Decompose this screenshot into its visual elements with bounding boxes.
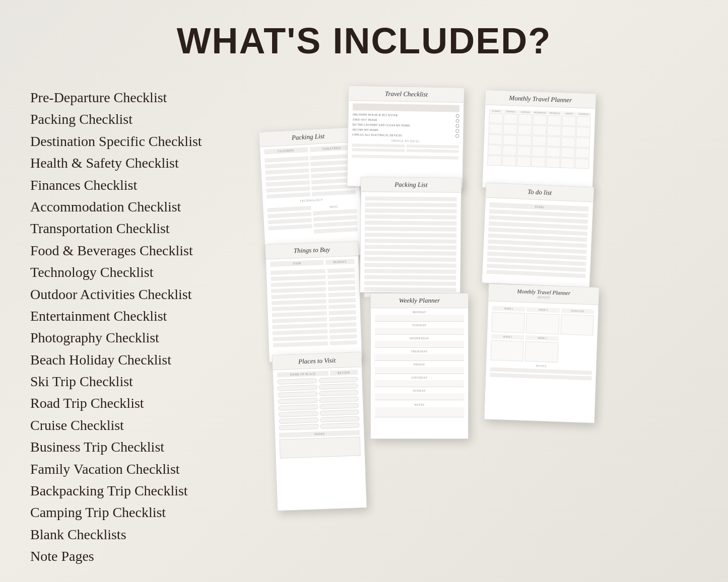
page-title: WHAT'S INCLUDED? bbox=[177, 20, 552, 61]
week3-label: WEEK 1 bbox=[491, 334, 524, 339]
things-to-buy-card: Things to Buy ITEM BUDGET bbox=[265, 241, 362, 362]
travel-item-0: ORGANISE HOUSE & PET SITTER bbox=[353, 113, 398, 117]
list-item: Outdoor Activities Checklist bbox=[30, 283, 247, 305]
list-item: Business Trip Checklist bbox=[30, 436, 247, 458]
list-item: Note Pages bbox=[30, 545, 247, 567]
list-item: Cruise Checklist bbox=[30, 414, 247, 436]
clothing-label: CLOTHING bbox=[264, 147, 308, 155]
planner-day-thursday: THURSDAY bbox=[548, 111, 562, 115]
monthly-planner-top-card: Monthly Travel Planner SUNDAY MONDAY TUE… bbox=[482, 90, 597, 192]
weekly-tuesday: TUESDAY bbox=[375, 324, 464, 327]
travel-checklist-card: Travel Checklist ORGANISE HOUSE & PET SI… bbox=[347, 86, 464, 188]
weekly-monday: MONDAY bbox=[375, 311, 464, 314]
list-item: Family Vacation Checklist bbox=[30, 458, 247, 480]
name-of-place-label: NAME OF PLACE bbox=[277, 371, 328, 378]
weekly-saturday: SATURDAY bbox=[375, 376, 464, 379]
list-item: Ski Trip Checklist bbox=[30, 371, 247, 392]
packing-list2-card: Packing List bbox=[360, 177, 461, 294]
list-item: Road Trip Checklist bbox=[30, 392, 247, 414]
things-to-buy-title: Things to Buy bbox=[270, 245, 354, 256]
list-item: Accommodation Checklist bbox=[30, 196, 247, 217]
list-item: Health & Safety Checklist bbox=[30, 152, 247, 174]
travel-item-2: DO THE LAUNDRY AND CLEAN MY HOME bbox=[352, 123, 410, 127]
planner-day-sunday: SUNDAY bbox=[489, 109, 503, 113]
list-item: Entertainment Checklist bbox=[30, 305, 247, 327]
planner-day-tuesday: TUESDAY bbox=[518, 110, 533, 114]
travel-item-4: UNPLUG ALL ELECTRICAL DEVICES bbox=[352, 133, 402, 137]
week4-label: WEEK 2 bbox=[525, 335, 559, 341]
list-item: Finances Checklist bbox=[30, 174, 247, 196]
things-to-pack-label: THINGS TO PACK: bbox=[352, 138, 459, 143]
misc-label: MISC. bbox=[312, 204, 356, 209]
weekly-notes: NOTES bbox=[375, 403, 464, 406]
places-to-visit-card: Places to Visit NAME OF PLACE REVIEW NOT… bbox=[272, 352, 367, 511]
travel-item-3: SECURE MY HOME bbox=[352, 128, 378, 131]
item-label: ITEM bbox=[270, 260, 323, 267]
week1-label: WEEK 1 bbox=[492, 306, 525, 312]
packing-list2-title: Packing List bbox=[365, 180, 457, 189]
documents-area: Packing List CLOTHING TOILETRIES bbox=[257, 87, 698, 540]
list-item: Camping Trip Checklist bbox=[30, 501, 247, 523]
week2-label: WEEK 2 bbox=[526, 307, 560, 313]
content-area: Pre-Departure Checklist Packing Checklis… bbox=[30, 87, 698, 567]
todo-title: To do list bbox=[490, 186, 589, 199]
list-item: Technology Checklist bbox=[30, 261, 247, 283]
list-item: Food & Beverages Checklist bbox=[30, 240, 247, 261]
weekly-friday: FRIDAY bbox=[375, 363, 464, 366]
weekly-sunday: SUNDAY bbox=[375, 389, 464, 392]
planner-day-friday: FRIDAY bbox=[562, 112, 576, 116]
places-to-visit-title: Places to Visit bbox=[277, 355, 357, 367]
list-item: Transportation Checklist bbox=[30, 217, 247, 239]
todo-list-label: TO-DO LIST bbox=[561, 308, 594, 314]
weekly-wednesday: WEDNESDAY bbox=[375, 337, 464, 340]
travel-checklist-title: Travel Checklist bbox=[353, 89, 459, 99]
monthly-planner-bottom-card: Monthly Travel Planner MONTH WEEK 1 WEEK… bbox=[484, 283, 599, 423]
travel-item-1: TAKE OUT TRASH bbox=[353, 118, 377, 121]
weekly-planner-title: Weekly Planner bbox=[375, 297, 464, 305]
list-item: Blank Checklists bbox=[30, 524, 247, 545]
packing-list-title: Packing List bbox=[263, 131, 353, 143]
monthly-planner-top-title: Monthly Travel Planner bbox=[490, 94, 591, 105]
weekly-thursday: THURSDAY bbox=[375, 350, 464, 353]
list-item: Destination Specific Checklist bbox=[30, 130, 247, 152]
list-item: Pre-Departure Checklist bbox=[30, 87, 247, 108]
review-label: REVIEW bbox=[330, 370, 358, 376]
weekly-planner-card: Weekly Planner MONDAY TUESDAY WEDNESDAY … bbox=[370, 293, 469, 439]
todo-card: To do list TO-DO bbox=[482, 182, 594, 287]
list-item: Packing Checklist bbox=[30, 108, 247, 130]
list-item: Photography Checklist bbox=[30, 327, 247, 348]
list-item: Beach Holiday Checklist bbox=[30, 349, 247, 371]
budget-label: BUDGET bbox=[325, 259, 354, 265]
list-item: Backpacking Trip Checklist bbox=[30, 480, 247, 501]
planner-day-monday: MONDAY bbox=[504, 110, 518, 114]
planner-day-saturday: SATURDAY bbox=[577, 112, 591, 116]
checklist-column: Pre-Departure Checklist Packing Checklis… bbox=[30, 87, 247, 567]
planner-day-wednesday: WEDNESDAY bbox=[533, 111, 547, 115]
